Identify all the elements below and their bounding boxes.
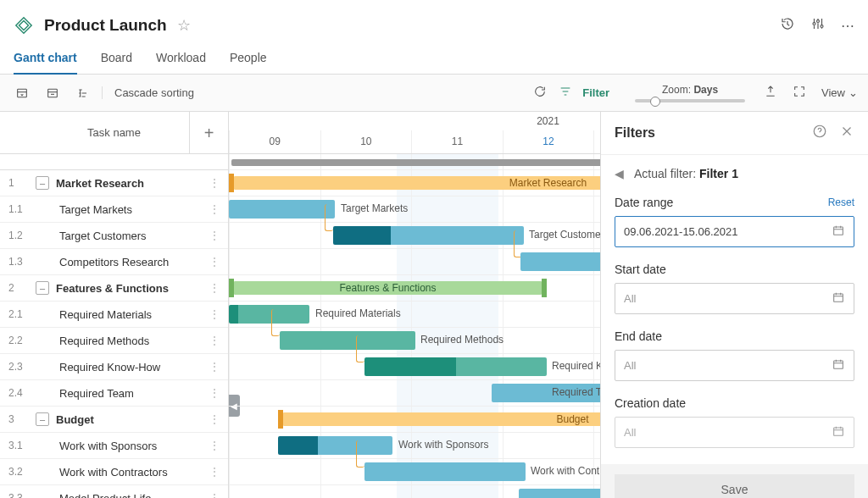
hierarchy-icon[interactable] [71, 81, 95, 105]
drag-handle-icon[interactable]: ⋮ [205, 229, 223, 242]
close-icon[interactable] [839, 124, 854, 142]
task-row[interactable]: 2.3Required Know-How⋮ [0, 354, 228, 380]
start-date-input[interactable]: All [615, 283, 854, 314]
drag-handle-icon[interactable]: ⋮ [205, 281, 223, 295]
filters-panel: Filters ◀ Actual filter: Filter 1 Date r… [600, 112, 868, 498]
filter-button[interactable]: Filter [559, 85, 609, 101]
settings-sliders-icon[interactable] [810, 16, 826, 35]
breadcrumb: Actual filter: Filter 1 [634, 167, 738, 180]
task-number: 1 [8, 177, 36, 189]
task-number: 2.3 [8, 361, 36, 373]
drag-handle-icon[interactable]: ⋮ [205, 307, 223, 321]
tab-gantt[interactable]: Gantt chart [14, 44, 77, 75]
drag-handle-icon[interactable]: ⋮ [205, 386, 223, 400]
task-name-label: Required Know-How [36, 361, 205, 374]
group-bar[interactable]: Features & Functions [229, 279, 547, 297]
task-bar[interactable] [278, 436, 392, 455]
task-bar[interactable] [333, 226, 524, 245]
end-date-input[interactable]: All [615, 350, 854, 381]
chevron-down-icon: ⌄ [849, 86, 858, 99]
task-number: 3.2 [8, 466, 36, 478]
favorite-star-icon[interactable]: ☆ [177, 16, 191, 35]
date-range-input[interactable]: 09.06.2021-15.06.2021 [615, 216, 854, 247]
svg-rect-6 [834, 227, 843, 235]
svg-rect-8 [834, 361, 843, 368]
view-button[interactable]: View⌄ [821, 86, 858, 99]
collapse-toggle[interactable]: – [36, 281, 49, 295]
task-name-label: Work with Contractors [36, 466, 205, 479]
cascade-sorting-button[interactable]: Cascade sorting [102, 86, 194, 99]
task-row[interactable]: 1.2Target Customers⋮ [0, 223, 228, 249]
main-tabs: Gantt chart Board Workload People [0, 44, 868, 75]
drag-handle-icon[interactable]: ⋮ [205, 255, 223, 268]
collapse-all-icon[interactable] [10, 81, 34, 105]
task-row[interactable]: 2.4Required Team⋮ [0, 380, 228, 407]
task-row[interactable]: 1.3Competitors Research⋮ [0, 249, 228, 275]
task-column: Task name + 1–Market Research⋮1.1Target … [0, 112, 229, 498]
drag-handle-icon[interactable]: ⋮ [205, 465, 223, 479]
task-bar[interactable] [229, 305, 309, 324]
history-icon[interactable] [780, 16, 795, 35]
zoom-control[interactable]: Zoom: Days [635, 84, 745, 102]
tab-board[interactable]: Board [101, 44, 132, 74]
task-number: 2 [8, 282, 36, 294]
collapse-toggle[interactable]: – [36, 176, 49, 190]
svg-rect-4 [48, 89, 58, 97]
expand-all-icon[interactable] [41, 81, 64, 105]
task-number: 3 [8, 413, 36, 425]
svg-point-1 [817, 20, 820, 23]
task-row[interactable]: 3.1Work with Sponsors⋮ [0, 433, 228, 459]
task-row[interactable]: 2.2Required Methods⋮ [0, 328, 228, 354]
refresh-icon[interactable] [533, 85, 547, 101]
help-icon[interactable] [812, 124, 827, 142]
add-task-button[interactable]: + [189, 112, 228, 154]
task-row[interactable]: 3–Budget⋮ [0, 407, 228, 433]
task-number: 1.2 [8, 230, 36, 241]
task-bar[interactable] [280, 331, 415, 350]
gantt-day: 11 [411, 130, 503, 153]
task-row[interactable]: 2–Features & Functions⋮ [0, 275, 228, 302]
drag-handle-icon[interactable]: ⋮ [205, 334, 223, 347]
save-button[interactable]: Save [615, 474, 854, 498]
svg-rect-9 [834, 428, 843, 435]
project-title: Product Launch [44, 16, 167, 35]
task-bar[interactable] [364, 462, 526, 481]
task-row[interactable]: 3.2Work with Contractors⋮ [0, 459, 228, 485]
drag-handle-icon[interactable]: ⋮ [205, 202, 223, 216]
svg-point-0 [813, 23, 815, 25]
drag-handle-icon[interactable]: ⋮ [205, 360, 223, 374]
creation-date-label: Creation date [615, 396, 686, 410]
tab-workload[interactable]: Workload [156, 44, 206, 74]
date-range-label: Date range [615, 196, 673, 209]
task-number: 3.1 [8, 440, 36, 451]
filter-icon [559, 85, 577, 101]
start-date-label: Start date [615, 263, 666, 276]
task-column-header: Task name + [0, 112, 228, 154]
calendar-icon [832, 224, 845, 240]
fullscreen-icon[interactable] [793, 85, 806, 101]
drag-handle-icon[interactable]: ⋮ [205, 176, 223, 190]
task-row[interactable]: 1–Market Research⋮ [0, 170, 228, 196]
task-number: 2.1 [8, 308, 36, 320]
task-name-label: Required Methods [36, 335, 205, 347]
back-icon[interactable]: ◀ [615, 167, 624, 180]
drag-handle-icon[interactable]: ⋮ [205, 412, 223, 426]
creation-date-input[interactable]: All [615, 417, 854, 448]
task-bar[interactable] [229, 200, 335, 219]
task-name-label: Model Product Life [36, 492, 205, 499]
drag-handle-icon[interactable]: ⋮ [205, 439, 223, 452]
svg-point-2 [821, 25, 823, 28]
collapse-toggle[interactable]: – [36, 412, 49, 426]
tab-people[interactable]: People [230, 44, 267, 74]
export-icon[interactable] [764, 85, 777, 101]
task-bar[interactable] [364, 357, 547, 376]
calendar-icon [832, 290, 845, 307]
zoom-slider[interactable] [635, 99, 745, 102]
task-row[interactable]: 2.1Required Materials⋮ [0, 302, 228, 328]
drag-handle-icon[interactable]: ⋮ [205, 491, 223, 498]
more-icon[interactable]: ⋯ [841, 18, 854, 34]
task-row[interactable]: 1.1Target Markets⋮ [0, 196, 228, 223]
reset-link[interactable]: Reset [828, 196, 854, 208]
app-logo [14, 15, 34, 36]
task-row[interactable]: 3.3Model Product Life⋮ [0, 485, 228, 498]
